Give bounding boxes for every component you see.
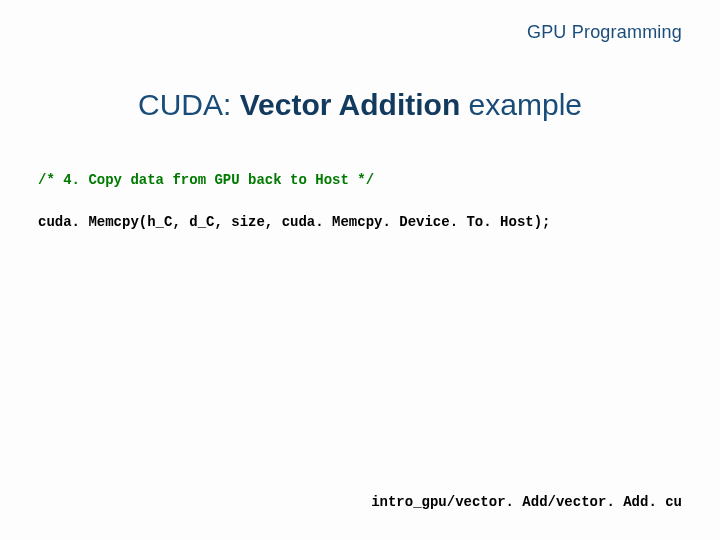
footer-source-path: intro_gpu/vector. Add/vector. Add. cu: [371, 494, 682, 510]
title-prefix: CUDA:: [138, 88, 240, 121]
code-block: /* 4. Copy data from GPU back to Host */…: [38, 170, 682, 233]
slide-title: CUDA: Vector Addition example: [0, 88, 720, 122]
slide-header: GPU Programming: [527, 22, 682, 43]
title-suffix: example: [460, 88, 582, 121]
code-line: cuda. Memcpy(h_C, d_C, size, cuda. Memcp…: [38, 214, 550, 230]
title-bold: Vector Addition: [240, 88, 461, 121]
code-comment: /* 4. Copy data from GPU back to Host */: [38, 172, 374, 188]
